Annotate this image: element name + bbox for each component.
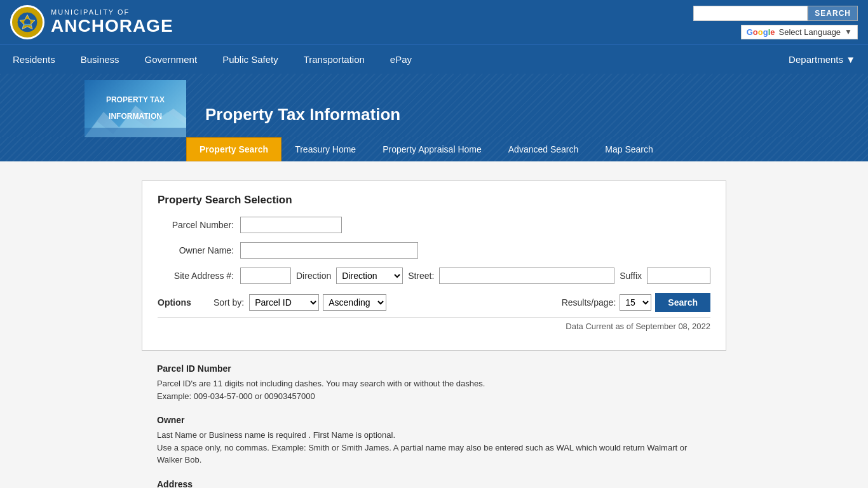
tab-property-appraisal[interactable]: Property Appraisal Home bbox=[369, 137, 495, 161]
options-row: Options Sort by: Parcel ID Owner Name Si… bbox=[158, 293, 710, 312]
sub-nav: Property Search Treasury Home Property A… bbox=[0, 137, 868, 161]
tab-map-search[interactable]: Map Search bbox=[592, 137, 666, 161]
owner-info-title: Owner bbox=[157, 415, 711, 425]
address-number-input[interactable] bbox=[240, 268, 291, 284]
address-row: Site Address #: Direction Direction N NE… bbox=[158, 268, 710, 284]
options-label: Options bbox=[158, 297, 208, 308]
tab-treasury-home[interactable]: Treasury Home bbox=[281, 137, 369, 161]
banner-title: Property Tax Information bbox=[186, 105, 400, 137]
nav-item-epay[interactable]: ePay bbox=[377, 45, 424, 74]
parcel-id-info-p2: Example: 009-034-57-000 or 00903457000 bbox=[157, 390, 711, 403]
nav-item-transportation[interactable]: Transportation bbox=[291, 45, 377, 74]
results-label: Results/page: bbox=[562, 297, 616, 308]
info-section: Parcel ID Number Parcel ID's are 11 digi… bbox=[142, 363, 726, 488]
sort-by-select[interactable]: Parcel ID Owner Name Site Address bbox=[249, 294, 319, 311]
nav-item-departments[interactable]: Departments ▼ bbox=[776, 45, 868, 74]
logo-line2: INFORMATION bbox=[106, 109, 165, 125]
nav-item-government[interactable]: Government bbox=[132, 45, 210, 74]
direction-select[interactable]: Direction N NE E SE S SW W NW bbox=[336, 268, 403, 284]
nav-item-public-safety[interactable]: Public Safety bbox=[210, 45, 291, 74]
header-search-button[interactable]: SEARCH bbox=[808, 6, 858, 21]
address-info-title: Address bbox=[157, 479, 711, 489]
parcel-id-info: Parcel ID Number Parcel ID's are 11 digi… bbox=[157, 363, 711, 402]
owner-input[interactable] bbox=[240, 242, 418, 259]
logo-text: MUNICIPALITY OF ANCHORAGE bbox=[51, 8, 173, 36]
nav-item-residents[interactable]: Residents bbox=[0, 45, 68, 74]
suffix-label: Suffix bbox=[620, 271, 642, 281]
sub-nav-inner: Property Search Treasury Home Property A… bbox=[85, 137, 783, 161]
logo-area: MUNICIPALITY OF ANCHORAGE bbox=[10, 5, 173, 39]
form-title: Property Search Selection bbox=[158, 194, 710, 207]
street-input[interactable] bbox=[439, 268, 614, 284]
translate-arrow: ▼ bbox=[844, 27, 852, 36]
header-search-bar: SEARCH bbox=[693, 6, 858, 21]
suffix-input[interactable] bbox=[647, 268, 710, 284]
owner-info-p1: Last Name or Business name is required .… bbox=[157, 429, 711, 442]
svg-rect-5 bbox=[85, 128, 186, 137]
owner-info-p2: Use a space only, no commas. Example: Sm… bbox=[157, 442, 711, 466]
property-tax-logo: PROPERTY TAX INFORMATION bbox=[85, 80, 186, 137]
site-address-label: Site Address #: bbox=[158, 271, 240, 281]
parcel-input[interactable] bbox=[240, 217, 342, 233]
parcel-row: Parcel Number: bbox=[158, 217, 710, 233]
street-label: Street: bbox=[408, 271, 434, 281]
header-search-input[interactable] bbox=[693, 6, 808, 21]
logo-icon bbox=[10, 5, 44, 39]
search-button[interactable]: Search bbox=[655, 293, 710, 312]
header: MUNICIPALITY OF ANCHORAGE SEARCH Google … bbox=[0, 0, 868, 44]
translate-label: Select Language bbox=[779, 27, 841, 37]
main-content: Property Search Selection Parcel Number:… bbox=[0, 161, 868, 488]
sort-by-label: Sort by: bbox=[214, 297, 244, 308]
banner-inner: PROPERTY TAX INFORMATION Property Tax In… bbox=[85, 80, 783, 137]
address-info: Address Address # Street Returns 123 Any… bbox=[157, 479, 711, 489]
owner-row: Owner Name: bbox=[158, 242, 710, 259]
owner-label: Owner Name: bbox=[158, 245, 240, 255]
parcel-id-info-p1: Parcel ID's are 11 digits not including … bbox=[157, 377, 711, 390]
search-box: Property Search Selection Parcel Number:… bbox=[142, 180, 726, 351]
results-per-page-select[interactable]: 15 25 50 100 bbox=[620, 294, 651, 311]
google-translate-widget[interactable]: Google Select Language ▼ bbox=[741, 25, 858, 39]
data-current-text: Data Current as of September 08, 2022 bbox=[158, 317, 710, 331]
main-nav: Residents Business Government Public Saf… bbox=[0, 44, 868, 74]
tab-advanced-search[interactable]: Advanced Search bbox=[495, 137, 592, 161]
nav-item-business[interactable]: Business bbox=[68, 45, 132, 74]
header-right: SEARCH Google Select Language ▼ bbox=[693, 6, 858, 39]
google-logo: Google bbox=[747, 27, 775, 37]
parcel-label: Parcel Number: bbox=[158, 220, 240, 230]
owner-info: Owner Last Name or Business name is requ… bbox=[157, 415, 711, 466]
logo-line1: PROPERTY TAX bbox=[104, 93, 167, 108]
parcel-id-info-title: Parcel ID Number bbox=[157, 363, 711, 374]
options-right: Results/page: 15 25 50 100 Search bbox=[562, 293, 710, 312]
banner: PROPERTY TAX INFORMATION Property Tax In… bbox=[0, 74, 868, 161]
tab-property-search[interactable]: Property Search bbox=[186, 137, 281, 161]
direction-label: Direction bbox=[296, 271, 331, 281]
sort-order-select[interactable]: Ascending Descending bbox=[323, 294, 386, 311]
